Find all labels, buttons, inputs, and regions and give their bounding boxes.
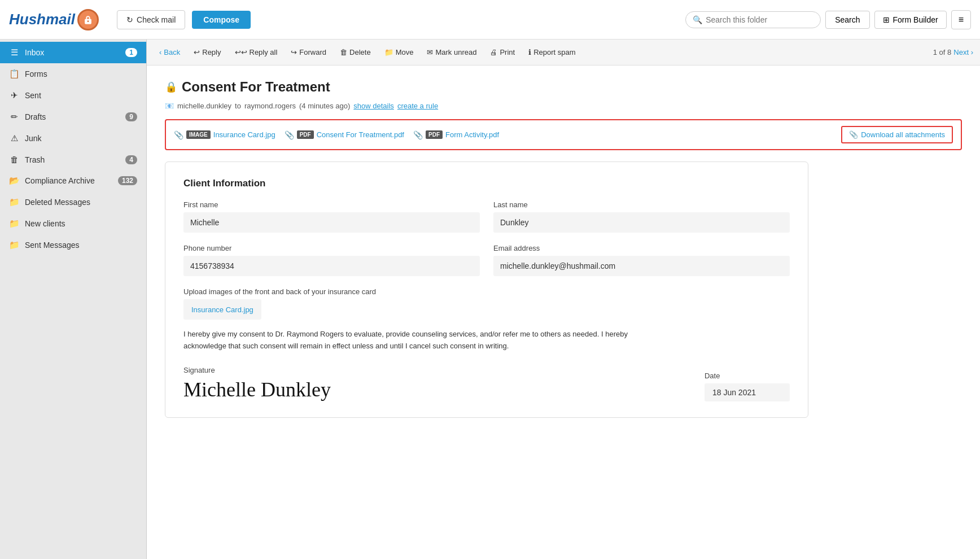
- email-from: michelle.dunkley: [177, 102, 231, 110]
- sidebar-item-label: Sent Messages: [25, 241, 137, 250]
- logo-icon: [77, 9, 99, 30]
- sidebar-item-deleted[interactable]: 📁 Deleted Messages: [0, 191, 146, 213]
- pdf-badge: PDF: [426, 130, 443, 139]
- delete-button[interactable]: 🗑 Delete: [334, 45, 377, 59]
- hamburger-button[interactable]: ≡: [951, 10, 971, 29]
- pdf-badge: PDF: [297, 130, 314, 139]
- consent-text: I hereby give my consent to Dr. Raymond …: [183, 329, 658, 352]
- date-label: Date: [705, 372, 790, 380]
- search-input[interactable]: [706, 15, 807, 24]
- first-name-group: First name Michelle: [183, 200, 480, 233]
- attachment-link-form-activity[interactable]: Form Activity.pdf: [445, 130, 499, 139]
- search-button[interactable]: Search: [825, 11, 869, 29]
- back-icon: ‹: [159, 48, 161, 56]
- pagination-text: 1 of 8: [933, 48, 952, 56]
- print-button[interactable]: 🖨 Print: [484, 45, 520, 59]
- sidebar-item-label: Compliance Archive: [25, 176, 112, 185]
- signature-block: Signature Michelle Dunkley: [183, 366, 331, 401]
- download-all-button[interactable]: 📎 Download all attachments: [841, 126, 953, 143]
- reply-button[interactable]: ↩ Reply: [188, 45, 226, 59]
- phone-group: Phone number 4156738934: [183, 244, 480, 276]
- sent-icon: ✈: [9, 90, 19, 101]
- main-panel: ‹ Back ↩ Reply ↩↩ Reply all ↪ Forward 🗑 …: [147, 40, 980, 559]
- contact-row: Phone number 4156738934 Email address mi…: [183, 244, 790, 276]
- sidebar-item-newclients[interactable]: 📁 New clients: [0, 213, 146, 234]
- check-mail-label: Check mail: [137, 15, 176, 24]
- email-to: raymond.rogers: [244, 102, 296, 110]
- lock-icon: 🔒: [165, 81, 177, 93]
- form-builder-label: Form Builder: [893, 15, 938, 24]
- sidebar-item-compliance[interactable]: 📂 Compliance Archive 132: [0, 170, 146, 191]
- sidebar-item-forms[interactable]: 📋 Forms: [0, 63, 146, 85]
- topbar: Hushmail ↻ Check mail Compose 🔍 Search ⊞…: [0, 0, 980, 40]
- sender-icon: 📧: [165, 102, 174, 110]
- reply-label: Reply: [202, 48, 221, 56]
- back-button[interactable]: ‹ Back: [154, 45, 186, 59]
- image-badge: IMAGE: [186, 130, 211, 139]
- sidebar-item-label: Forms: [25, 69, 137, 78]
- move-button[interactable]: 📁 Move: [379, 45, 419, 59]
- refresh-icon: ↻: [126, 15, 133, 24]
- pagination: 1 of 8 Next ›: [933, 48, 973, 56]
- upload-label: Upload images of the front and back of y…: [183, 287, 790, 296]
- reply-icon: ↩: [194, 48, 200, 56]
- search-button-label: Search: [835, 15, 860, 24]
- sidebar-item-sentmessages[interactable]: 📁 Sent Messages: [0, 234, 146, 256]
- reply-all-button[interactable]: ↩↩ Reply all: [229, 45, 283, 59]
- email-content: 🔒 Consent For Treatment 📧 michelle.dunkl…: [147, 65, 980, 559]
- show-details-link[interactable]: show details: [353, 102, 394, 110]
- upload-file-link[interactable]: Insurance Card.jpg: [191, 305, 253, 314]
- move-icon: 📁: [384, 48, 393, 56]
- forward-button[interactable]: ↪ Forward: [285, 45, 332, 59]
- email-to-text: to: [235, 102, 241, 110]
- next-link[interactable]: Next ›: [953, 48, 973, 56]
- search-icon: 🔍: [693, 15, 702, 24]
- last-name-label: Last name: [493, 200, 790, 209]
- date-value: 18 Jun 2021: [705, 383, 790, 401]
- sidebar-item-label: Junk: [25, 134, 137, 143]
- inbox-icon: ☰: [9, 47, 19, 58]
- date-block: Date 18 Jun 2021: [705, 372, 790, 401]
- attachments-list: 📎 IMAGE Insurance Card.jpg 📎 PDF Consent…: [174, 130, 499, 139]
- print-label: Print: [500, 48, 515, 56]
- form-card: Client Information First name Michelle L…: [165, 161, 808, 418]
- topbar-right: 🔍 Search ⊞ Form Builder ≡: [685, 10, 971, 29]
- compose-label: Compose: [203, 15, 239, 24]
- next-label: Next: [953, 48, 969, 56]
- email-value: michelle.dunkley@hushmail.com: [493, 256, 790, 276]
- move-label: Move: [396, 48, 414, 56]
- clip-icon: 📎: [413, 130, 423, 139]
- sidebar: ☰ Inbox 1 📋 Forms ✈ Sent ✏ Drafts 9 ⚠ Ju…: [0, 40, 147, 559]
- form-builder-button[interactable]: ⊞ Form Builder: [874, 11, 947, 29]
- report-spam-button[interactable]: ℹ Report spam: [523, 45, 581, 59]
- signature-value: Michelle Dunkley: [183, 378, 331, 401]
- sidebar-item-label: New clients: [25, 219, 137, 228]
- sidebar-item-trash[interactable]: 🗑 Trash 4: [0, 149, 146, 170]
- drafts-icon: ✏: [9, 112, 19, 122]
- logo: Hushmail: [9, 9, 99, 30]
- download-all-label: Download all attachments: [861, 130, 945, 139]
- reply-all-icon: ↩↩: [235, 48, 247, 56]
- sidebar-item-sent[interactable]: ✈ Sent: [0, 85, 146, 106]
- sidebar-item-label: Inbox: [25, 48, 120, 57]
- sentmessages-icon: 📁: [9, 240, 19, 250]
- signature-label: Signature: [183, 366, 331, 374]
- sidebar-item-label: Trash: [25, 155, 120, 164]
- deleted-icon: 📁: [9, 197, 19, 207]
- mark-unread-button[interactable]: ✉ Mark unread: [421, 45, 482, 59]
- create-rule-link[interactable]: create a rule: [397, 102, 438, 110]
- sidebar-item-junk[interactable]: ⚠ Junk: [0, 128, 146, 149]
- attachment-link-insurance[interactable]: Insurance Card.jpg: [213, 130, 275, 139]
- sidebar-item-drafts[interactable]: ✏ Drafts 9: [0, 106, 146, 128]
- email-group: Email address michelle.dunkley@hushmail.…: [493, 244, 790, 276]
- sidebar-item-inbox[interactable]: ☰ Inbox 1: [0, 42, 146, 63]
- compliance-badge: 132: [118, 176, 137, 185]
- check-mail-button[interactable]: ↻ Check mail: [117, 10, 185, 29]
- print-icon: 🖨: [490, 48, 497, 56]
- mark-unread-label: Mark unread: [435, 48, 476, 56]
- upload-section: Upload images of the front and back of y…: [183, 287, 790, 320]
- email-meta: 📧 michelle.dunkley to raymond.rogers (4 …: [165, 102, 962, 110]
- email-subject-text: Consent For Treatment: [182, 79, 330, 95]
- attachment-link-consent[interactable]: Consent For Treatment.pdf: [317, 130, 404, 139]
- compose-button[interactable]: Compose: [192, 11, 251, 29]
